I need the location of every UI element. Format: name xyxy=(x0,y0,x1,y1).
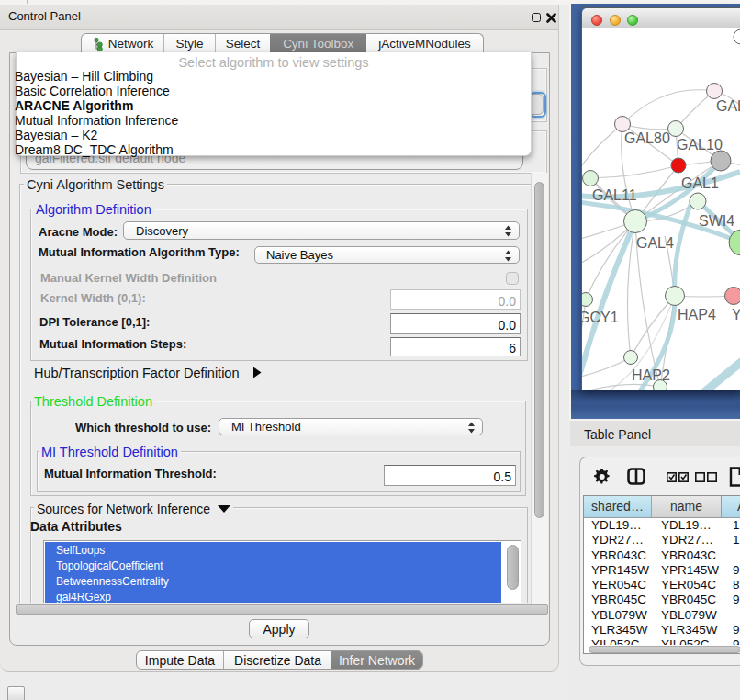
svg-text:GCY1: GCY1 xyxy=(582,310,619,325)
svg-text:SWI4: SWI4 xyxy=(699,213,734,229)
svg-text:GAL4: GAL4 xyxy=(636,235,674,251)
svg-text:GAL80: GAL80 xyxy=(624,130,670,146)
svg-text:GAL11: GAL11 xyxy=(592,187,637,203)
svg-text:GAL1: GAL1 xyxy=(681,175,719,191)
svg-text:HAP2: HAP2 xyxy=(632,367,670,383)
svg-text:GAL2: GAL2 xyxy=(716,98,740,114)
svg-text:YD: YD xyxy=(732,307,740,322)
svg-text:GAL10: GAL10 xyxy=(677,137,723,152)
svg-text:HAP4: HAP4 xyxy=(678,307,716,322)
